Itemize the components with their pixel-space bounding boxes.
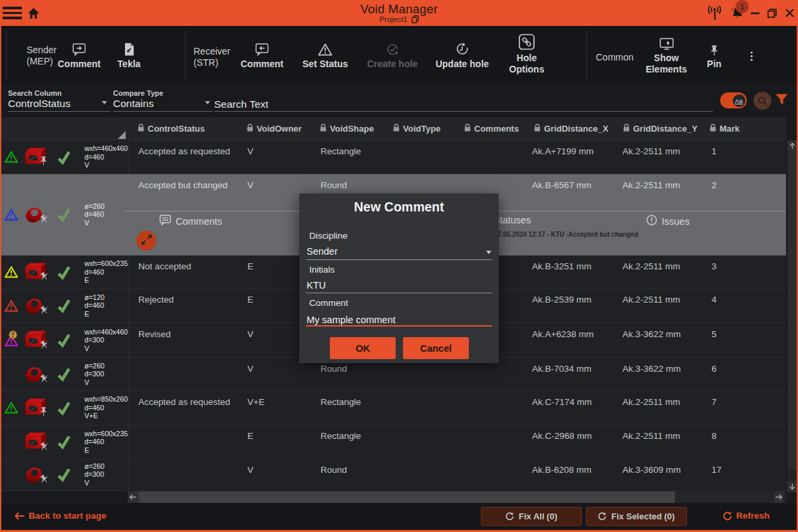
vertical-scroll-thumb[interactable] — [788, 151, 797, 470]
table-row-9[interactable]: ø=260d=300VVRoundAk.B-6208 mmAk.3-3609 m… — [1, 460, 786, 491]
minimize-icon[interactable] — [750, 0, 759, 26]
dim-line: ø=260 — [84, 362, 104, 370]
filter-icon[interactable] — [775, 94, 788, 109]
cell-voidshape: Rectangle — [321, 431, 361, 441]
copy-icon[interactable] — [412, 15, 419, 25]
check-icon — [57, 323, 73, 357]
cell-griddistance-x: Ak.A+6238 mm — [532, 329, 594, 339]
dim-line: ø=260 — [84, 462, 104, 471]
arrow-left-icon — [15, 512, 25, 520]
column-header-voidshape[interactable]: VoidShape — [320, 117, 374, 140]
field-underline — [214, 111, 713, 112]
cell-mark: 7 — [712, 397, 717, 407]
cell-voidowner: E — [247, 295, 253, 305]
hole-options-button[interactable]: Hole Options — [490, 31, 563, 75]
ok-button[interactable]: OK — [330, 337, 396, 359]
horizontal-scrollbar[interactable] — [128, 491, 786, 503]
table-row-7[interactable]: wxh=850x260d=460V+EAccepted as requested… — [1, 391, 786, 426]
notification-badge: 1 — [735, 0, 749, 13]
cell-voidshape: Round — [321, 180, 347, 190]
check-icon — [57, 289, 73, 323]
cell-voidshape: Rectangle — [321, 397, 361, 407]
scroll-up-button[interactable] — [787, 140, 797, 151]
link-square-icon — [519, 31, 535, 50]
case-sensitive-toggle[interactable]: Aa — [720, 92, 747, 108]
scroll-right-button[interactable] — [774, 491, 783, 503]
initials-label: Initials — [309, 265, 334, 275]
statuses-label: Statuses — [493, 215, 531, 225]
cell-mark: 2 — [712, 180, 717, 190]
scroll-down-button[interactable] — [787, 481, 797, 492]
cell-griddistance-x: Ak.B-2539 mm — [532, 295, 591, 305]
horizontal-scroll-thumb[interactable] — [139, 491, 675, 503]
table-row-1[interactable]: wxh=460x460d=460VAccepted as requestedVR… — [1, 140, 786, 174]
restore-icon[interactable] — [767, 0, 777, 26]
column-header-label: Comments — [474, 124, 519, 134]
cell-controlstatus: Accepted as requested — [138, 146, 230, 156]
search-column-select[interactable]: Search Column ControlStatus — [8, 89, 110, 112]
dialog-title: New Comment — [299, 200, 499, 215]
fix-selected-button[interactable]: Fix Selected (0) — [586, 507, 687, 526]
grid-corner-icon[interactable] — [118, 131, 126, 139]
cell-griddistance-y: Ak.3-3622 mm — [622, 329, 681, 339]
search-column-label: Search Column — [8, 89, 110, 97]
cell-voidowner: E — [247, 431, 253, 441]
tekla-button[interactable]: Tekla — [92, 37, 166, 81]
fix-all-button[interactable]: Fix All (0) — [481, 507, 582, 526]
dim-line: E — [84, 276, 128, 285]
update-hole-button[interactable]: Update hole — [426, 37, 499, 81]
dimension-text: wxh=460x460d=300V — [84, 328, 128, 353]
scroll-left-button[interactable] — [128, 491, 139, 503]
column-header-griddistance_x[interactable]: GridDistance_X — [534, 117, 608, 140]
search-text-input[interactable]: Search Text — [214, 89, 713, 112]
set-status-button[interactable]: Set Status — [289, 37, 362, 81]
dim-line: d=460 — [84, 404, 128, 412]
vertical-scrollbar[interactable] — [787, 140, 797, 492]
dim-line: V — [84, 161, 128, 170]
toolbar-separator — [185, 31, 186, 80]
toolbar-item-label: Tekla — [118, 59, 141, 70]
toolbar-separator — [587, 31, 587, 80]
create-hole-button[interactable]: Create hole — [356, 37, 429, 81]
back-to-start-link[interactable]: Back to start page — [15, 511, 106, 521]
cell-griddistance-y: Ak.2-2511 mm — [622, 295, 680, 305]
dimension-text: ø=260d=300V — [84, 462, 104, 487]
toolbar-item-label: Create hole — [367, 59, 418, 70]
column-header-voidtype[interactable]: VoidType — [393, 117, 441, 140]
cell-voidowner: E — [247, 261, 253, 271]
monitor-icon — [660, 31, 674, 50]
fix-selected-label: Fix Selected (0) — [611, 511, 674, 521]
expand-row-button[interactable] — [136, 231, 156, 251]
initials-input[interactable]: KTU — [307, 280, 326, 291]
column-header-comments[interactable]: Comments — [464, 117, 519, 140]
toolbar: Sender(MEP) Receiver(STR) Common Comment… — [1, 26, 797, 84]
check-icon — [57, 174, 73, 255]
dim-line: V — [84, 344, 128, 353]
status-triangle-yellow-icon — [3, 256, 19, 289]
clock-refresh-icon — [456, 37, 469, 56]
fix-refresh-icon — [598, 512, 606, 521]
search-bar: Search Column ControlStatus Compare Type… — [1, 84, 797, 117]
cell-controlstatus: Rejected — [138, 295, 174, 305]
more-options-button[interactable] — [715, 43, 788, 86]
column-header-voidowner[interactable]: VoidOwner — [247, 117, 302, 140]
comment-receiver-button[interactable]: Comment — [225, 37, 299, 81]
table-row-8[interactable]: wxh=600x235d=460EERectangleAk.C-2968 mmA… — [1, 426, 786, 460]
comment-input[interactable]: My sample comment — [307, 315, 396, 325]
column-header-griddistance_y[interactable]: GridDistance_Y — [623, 117, 698, 140]
compare-type-select[interactable]: Compare Type Contains — [113, 89, 213, 112]
broadcast-icon[interactable] — [706, 0, 722, 26]
cancel-button[interactable]: Cancel — [403, 337, 469, 359]
close-icon[interactable] — [784, 0, 795, 26]
column-header-mark[interactable]: Mark — [710, 117, 739, 140]
discipline-select[interactable]: Sender — [307, 246, 338, 257]
cell-griddistance-y: Ak.2-2511 mm — [622, 397, 680, 407]
search-button[interactable] — [753, 92, 771, 110]
lock-icon — [320, 124, 327, 134]
cell-voidowner: V — [247, 364, 253, 374]
column-header-controlstatus[interactable]: ControlStatus — [138, 117, 205, 140]
check-icon — [57, 256, 73, 289]
cell-voidowner: V — [247, 180, 253, 190]
refresh-link[interactable]: Refresh — [723, 511, 769, 521]
statuses-section-header: Statuses — [493, 215, 531, 225]
